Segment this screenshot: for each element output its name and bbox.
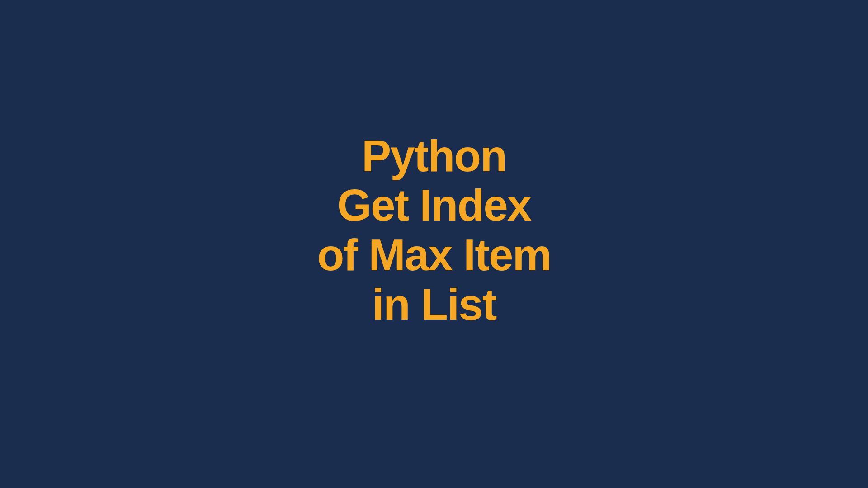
title-card: Python Get Index of Max Item in List — [317, 131, 551, 330]
title-line-2: Get Index — [317, 181, 551, 230]
title-line-3: of Max Item — [317, 230, 551, 280]
title-line-1: Python — [317, 131, 551, 181]
title-line-4: in List — [317, 280, 551, 330]
